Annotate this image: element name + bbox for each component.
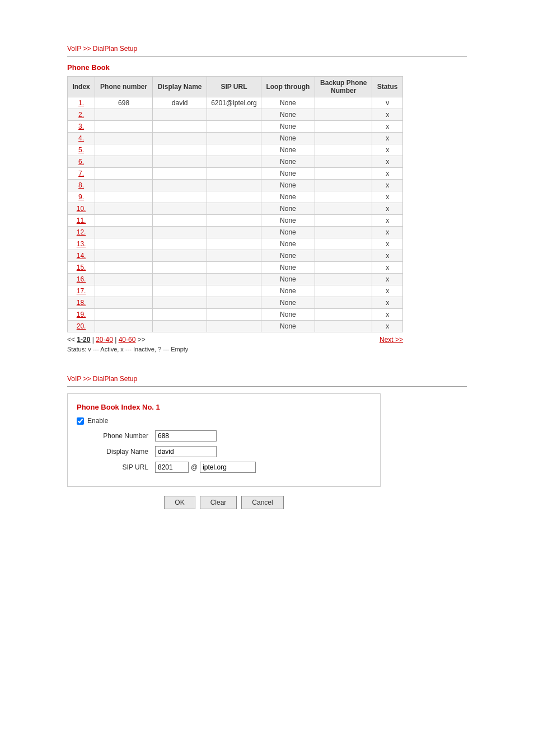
cell-display: [152, 191, 207, 203]
cell-index[interactable]: 11.: [68, 215, 95, 227]
cell-phone: [95, 203, 153, 215]
table-row: 2.Nonex: [68, 109, 403, 121]
cell-display: [152, 168, 207, 180]
cell-backup: [315, 97, 372, 109]
cell-loop: None: [261, 227, 315, 238]
cell-display: [152, 238, 207, 250]
cell-index[interactable]: 1.: [68, 97, 95, 109]
cell-sip: [207, 133, 261, 144]
cell-loop: None: [261, 191, 315, 203]
cell-sip: 6201@iptel.org: [207, 97, 261, 109]
cell-index[interactable]: 10.: [68, 203, 95, 215]
cell-index[interactable]: 16.: [68, 274, 95, 285]
cell-index[interactable]: 3.: [68, 121, 95, 133]
divider-2: [67, 386, 467, 387]
cell-status: x: [372, 215, 403, 227]
cell-backup: [315, 121, 372, 133]
cell-loop: None: [261, 144, 315, 156]
cell-sip: [207, 180, 261, 191]
cell-phone: [95, 121, 153, 133]
page-1-20[interactable]: 1-20: [77, 336, 90, 344]
cell-index[interactable]: 6.: [68, 156, 95, 168]
cancel-button[interactable]: Cancel: [241, 496, 283, 509]
cell-sip: [207, 203, 261, 215]
cell-display: [152, 285, 207, 297]
phone-number-input[interactable]: [155, 430, 217, 442]
cell-status: x: [372, 180, 403, 191]
cell-display: david: [152, 97, 207, 109]
cell-status: x: [372, 203, 403, 215]
cell-display: [152, 262, 207, 274]
cell-status: x: [372, 191, 403, 203]
table-header-row: Index Phone number Display Name SIP URL …: [68, 77, 403, 97]
cell-backup: [315, 215, 372, 227]
phone-number-label: Phone Number: [88, 432, 155, 440]
pagination-left: << 1-20 | 20-40 | 40-60 >>: [67, 336, 146, 344]
table-row: 17.Nonex: [68, 285, 403, 297]
cell-loop: None: [261, 297, 315, 309]
clear-button[interactable]: Clear: [200, 496, 237, 509]
cell-display: [152, 144, 207, 156]
cell-loop: None: [261, 121, 315, 133]
cell-sip: [207, 321, 261, 332]
table-row: 8.Nonex: [68, 180, 403, 191]
cell-phone: [95, 250, 153, 262]
cell-loop: None: [261, 168, 315, 180]
cell-status: x: [372, 274, 403, 285]
cell-index[interactable]: 4.: [68, 133, 95, 144]
cell-index[interactable]: 14.: [68, 250, 95, 262]
page-40-60[interactable]: 40-60: [119, 336, 136, 344]
cell-index[interactable]: 19.: [68, 309, 95, 321]
cell-index[interactable]: 2.: [68, 109, 95, 121]
cell-loop: None: [261, 274, 315, 285]
cell-sip: [207, 309, 261, 321]
cell-sip: [207, 238, 261, 250]
cell-status: x: [372, 321, 403, 332]
enable-checkbox[interactable]: [77, 417, 84, 425]
cell-index[interactable]: 8.: [68, 180, 95, 191]
table-row: 11.Nonex: [68, 215, 403, 227]
col-status: Status: [372, 77, 403, 97]
cell-display: [152, 133, 207, 144]
next-link[interactable]: Next >>: [380, 336, 403, 344]
table-row: 6.Nonex: [68, 156, 403, 168]
cell-index[interactable]: 20.: [68, 321, 95, 332]
cell-status: x: [372, 109, 403, 121]
cell-display: [152, 109, 207, 121]
cell-index[interactable]: 15.: [68, 262, 95, 274]
divider-1: [67, 56, 467, 57]
sip-url-prefix-input[interactable]: [155, 462, 189, 473]
prev-nav[interactable]: <<: [67, 336, 75, 344]
table-row: 7.Nonex: [68, 168, 403, 180]
cell-backup: [315, 191, 372, 203]
table-row: 19.Nonex: [68, 309, 403, 321]
cell-sip: [207, 191, 261, 203]
cell-phone: [95, 262, 153, 274]
cell-backup: [315, 297, 372, 309]
cell-index[interactable]: 17.: [68, 285, 95, 297]
cell-display: [152, 215, 207, 227]
breadcrumb-1: VoIP >> DialPlan Setup: [67, 45, 467, 53]
section-phonebook-table: VoIP >> DialPlan Setup Phone Book Index …: [67, 45, 467, 353]
cell-phone: [95, 297, 153, 309]
cell-index[interactable]: 9.: [68, 191, 95, 203]
table-row: 14.Nonex: [68, 250, 403, 262]
cell-status: x: [372, 133, 403, 144]
cell-phone: [95, 238, 153, 250]
cell-backup: [315, 285, 372, 297]
cell-loop: None: [261, 97, 315, 109]
sip-url-domain-input[interactable]: [200, 462, 256, 473]
cell-loop: None: [261, 238, 315, 250]
cell-index[interactable]: 18.: [68, 297, 95, 309]
cell-status: x: [372, 297, 403, 309]
cell-index[interactable]: 5.: [68, 144, 95, 156]
cell-index[interactable]: 7.: [68, 168, 95, 180]
cell-index[interactable]: 12.: [68, 227, 95, 238]
cell-index[interactable]: 13.: [68, 238, 95, 250]
cell-phone: [95, 144, 153, 156]
ok-button[interactable]: OK: [164, 496, 195, 509]
table-row: 18.Nonex: [68, 297, 403, 309]
cell-loop: None: [261, 309, 315, 321]
page-20-40[interactable]: 20-40: [96, 336, 113, 344]
display-name-input[interactable]: [155, 446, 217, 457]
